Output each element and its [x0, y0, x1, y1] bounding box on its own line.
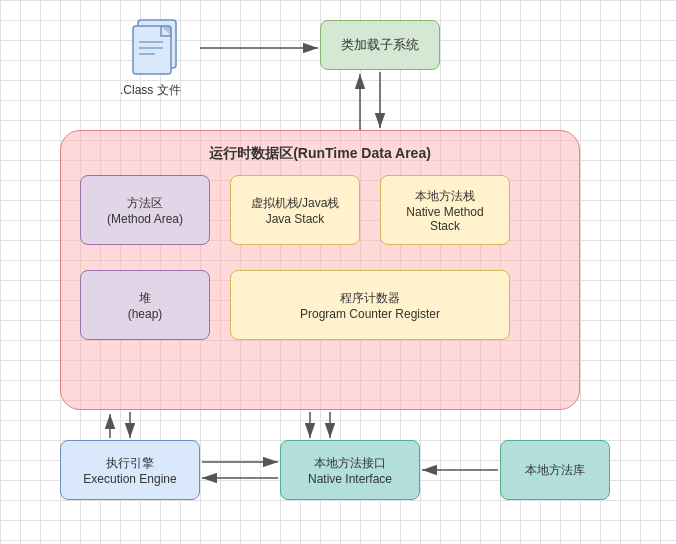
- program-counter-box: 程序计数器 Program Counter Register: [230, 270, 510, 340]
- method-area-line2: (Method Area): [107, 212, 183, 226]
- heap-line2: (heap): [128, 307, 163, 321]
- native-interface-line2: Native Interface: [308, 472, 392, 486]
- diagram-container: .Class 文件 类加载子系统 运行时数据区(RunTime Data Are…: [0, 0, 676, 544]
- class-loader-label: 类加载子系统: [341, 36, 419, 54]
- pcr-line1: 程序计数器: [340, 290, 400, 307]
- native-library-box: 本地方法库: [500, 440, 610, 500]
- execution-engine-box: 执行引擎 Execution Engine: [60, 440, 200, 500]
- java-stack-line2: Java Stack: [266, 212, 325, 226]
- heap-line1: 堆: [139, 290, 151, 307]
- runtime-area-title: 运行时数据区(RunTime Data Area): [60, 145, 580, 163]
- native-stack-line2: Native Method: [406, 205, 483, 219]
- native-method-stack-box: 本地方法栈 Native Method Stack: [380, 175, 510, 245]
- heap-box: 堆 (heap): [80, 270, 210, 340]
- class-file-label: .Class 文件: [120, 82, 181, 99]
- java-stack-box: 虚拟机栈/Java栈 Java Stack: [230, 175, 360, 245]
- pcr-line2: Program Counter Register: [300, 307, 440, 321]
- java-stack-line1: 虚拟机栈/Java栈: [251, 195, 340, 212]
- method-area-line1: 方法区: [127, 195, 163, 212]
- native-interface-line1: 本地方法接口: [314, 455, 386, 472]
- exec-engine-line2: Execution Engine: [83, 472, 176, 486]
- svg-rect-13: [133, 26, 171, 74]
- exec-engine-line1: 执行引擎: [106, 455, 154, 472]
- native-stack-line3: Stack: [430, 219, 460, 233]
- method-area-box: 方法区 (Method Area): [80, 175, 210, 245]
- class-loader-box: 类加载子系统: [320, 20, 440, 70]
- native-stack-line1: 本地方法栈: [415, 188, 475, 205]
- class-file-icon: [130, 18, 190, 78]
- native-interface-box: 本地方法接口 Native Interface: [280, 440, 420, 500]
- native-lib-label: 本地方法库: [525, 462, 585, 479]
